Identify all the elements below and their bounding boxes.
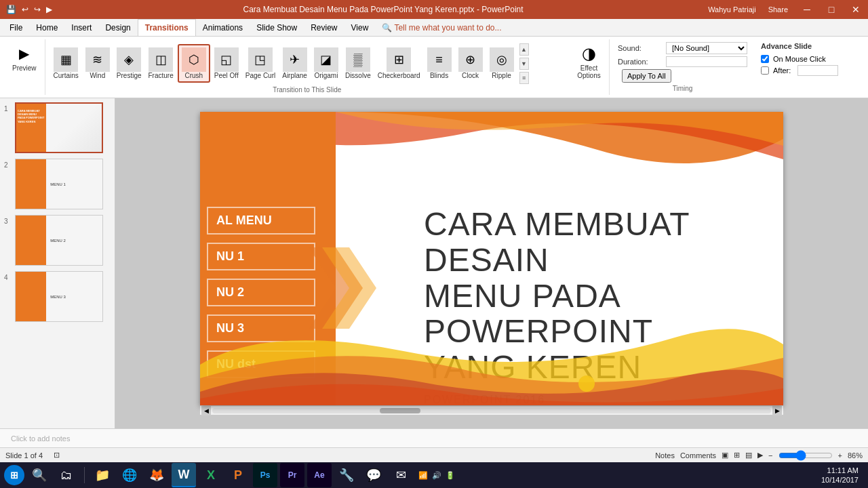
slide-thumb-1[interactable]: 1 CARA MEMBUATDESAIN MENUPADA POWERPOINT… [3, 101, 112, 155]
transition-airplane[interactable]: ✈ Airplane [279, 45, 310, 81]
fit-to-window-icon[interactable]: ⊡ [54, 451, 60, 460]
close-button[interactable]: ✕ [844, 0, 868, 19]
sound-dropdown[interactable]: [No Sound] [666, 42, 747, 54]
scroll-track [212, 408, 771, 413]
after-checkbox[interactable] [761, 66, 769, 75]
taskbar-task-view[interactable]: 🗂 [54, 463, 79, 487]
duration-row: Duration: [618, 56, 747, 67]
zoom-slider[interactable] [778, 450, 833, 461]
scroll-right-button[interactable]: ▶ [772, 406, 782, 415]
tray-volume-icon[interactable]: 🔊 [432, 471, 441, 480]
taskbar-edge[interactable]: 🌐 [117, 463, 142, 487]
tab-search[interactable]: 🔍 Tell me what you want to do... [375, 19, 508, 36]
slide-thumb-4[interactable]: 4 MENU 3 [3, 270, 112, 323]
view-reading-icon[interactable]: ▤ [745, 451, 752, 460]
menu-button-1[interactable]: AL MENU [207, 207, 315, 235]
preview-button[interactable]: ▶ Preview [9, 41, 39, 74]
tray-battery-icon[interactable]: 🔋 [446, 471, 455, 480]
taskbar-firefox[interactable]: 🦊 [144, 463, 169, 487]
slide-thumb-2[interactable]: 2 MENU 1 [3, 157, 112, 211]
taskbar-search[interactable]: 🔍 [27, 463, 52, 487]
scroll-down-button[interactable]: ▼ [519, 58, 529, 70]
tab-file[interactable]: File [3, 19, 29, 36]
ribbon-content: ▶ Preview ▦ Curtains ≋ Wind ◈ [0, 37, 868, 98]
taskbar-file-explorer[interactable]: 📁 [90, 463, 115, 487]
scroll-more-button[interactable]: ≡ [519, 72, 529, 84]
comments-button[interactable]: Comments [680, 451, 716, 460]
transition-prestige[interactable]: ◈ Prestige [114, 45, 144, 81]
taskbar-word[interactable]: W [172, 463, 196, 487]
transition-blinds[interactable]: ≡ Blinds [425, 45, 454, 81]
taskbar-mail[interactable]: ✉ [389, 463, 413, 487]
transition-origami[interactable]: ◪ Origami [311, 45, 341, 81]
undo-icon[interactable]: ↩ [20, 5, 31, 14]
play-icon[interactable]: ▶ [44, 5, 54, 14]
horizontal-scrollbar[interactable]: ◀ ▶ [200, 405, 783, 415]
blinds-label: Blinds [430, 72, 448, 79]
start-button[interactable]: ⊞ [4, 465, 24, 485]
tab-home[interactable]: Home [29, 19, 64, 36]
transition-fracture[interactable]: ◫ Fracture [146, 45, 176, 81]
tray-network-icon[interactable]: 📶 [418, 471, 428, 480]
taskbar-photoshop[interactable]: Ps [253, 463, 277, 487]
view-slideshow-icon[interactable]: ▶ [757, 451, 763, 460]
slide-thumb-3[interactable]: 3 MENU 2 [3, 214, 112, 267]
save-icon[interactable]: 💾 [4, 5, 18, 14]
zoom-out-icon[interactable]: − [768, 451, 772, 460]
taskbar-powerpoint[interactable]: P [226, 463, 250, 487]
transition-curtains[interactable]: ▦ Curtains [51, 45, 81, 81]
main-area: 1 CARA MEMBUATDESAIN MENUPADA POWERPOINT… [0, 98, 868, 428]
notes-button[interactable]: Notes [655, 451, 675, 460]
scroll-up-button[interactable]: ▲ [519, 43, 529, 56]
apply-all-button[interactable]: Apply To All [622, 69, 671, 83]
page-curl-label: Page Curl [245, 72, 275, 79]
slide-canvas[interactable]: AL MENU NU 1 NU 2 NU 3 NU dst CARA MEMBU… [200, 112, 783, 405]
transition-ripple[interactable]: ◎ Ripple [487, 45, 517, 81]
taskbar-separator-1 [84, 467, 85, 483]
tab-view[interactable]: View [344, 19, 376, 36]
taskbar-premiere[interactable]: Pr [280, 463, 304, 487]
transition-wind[interactable]: ≋ Wind [83, 45, 113, 81]
tab-insert[interactable]: Insert [64, 19, 98, 36]
scroll-left-button[interactable]: ◀ [201, 406, 211, 415]
taskbar-after-effects[interactable]: Ae [307, 463, 332, 487]
transition-checkerboard[interactable]: ⊞ Checkerboard [375, 45, 423, 81]
slide-preview-1: CARA MEMBUATDESAIN MENUPADA POWERPOINTYA… [15, 102, 103, 153]
tab-slideshow[interactable]: Slide Show [250, 19, 304, 36]
on-mouse-click-checkbox[interactable] [761, 55, 769, 63]
tab-animations[interactable]: Animations [196, 19, 250, 36]
notes-placeholder[interactable]: Click to add notes [11, 434, 70, 443]
taskbar-clock[interactable]: 11:11 AM 10/14/2017 [816, 466, 864, 485]
taskbar-chat[interactable]: 💬 [361, 463, 386, 487]
user-name[interactable]: Wahyu Patriaji [708, 5, 762, 14]
after-input[interactable]: 00:00.00 [797, 65, 838, 76]
maximize-button[interactable]: □ [819, 0, 844, 19]
transition-crush[interactable]: ⬡ Crush [178, 44, 210, 83]
share-button[interactable]: Share [762, 5, 795, 14]
minimize-button[interactable]: ─ [795, 0, 819, 19]
transition-dissolve[interactable]: ▒ Dissolve [342, 45, 374, 81]
notes-bar[interactable]: Click to add notes [0, 428, 868, 447]
scroll-thumb[interactable] [380, 408, 420, 413]
taskbar-excel[interactable]: X [199, 463, 223, 487]
tab-transitions[interactable]: Transitions [138, 19, 196, 36]
taskbar-tool[interactable]: 🔧 [334, 463, 359, 487]
effect-options-button[interactable]: ◑ EffectOptions [574, 41, 603, 81]
transition-clock[interactable]: ⊕ Clock [456, 45, 486, 81]
date-display: 10/14/2017 [821, 475, 859, 485]
effect-options-icon: ◑ [578, 43, 600, 64]
view-normal-icon[interactable]: ▣ [722, 451, 728, 460]
tab-review[interactable]: Review [304, 19, 344, 36]
slide-panel[interactable]: 1 CARA MEMBUATDESAIN MENUPADA POWERPOINT… [0, 98, 115, 428]
redo-icon[interactable]: ↪ [32, 5, 43, 14]
transition-page-curl[interactable]: ◳ Page Curl [243, 45, 278, 81]
blinds-icon: ≡ [427, 47, 452, 72]
view-slide-sorter-icon[interactable]: ⊞ [734, 451, 740, 460]
clock-icon: ⊕ [458, 47, 483, 72]
zoom-in-icon[interactable]: + [838, 451, 842, 460]
tab-design[interactable]: Design [98, 19, 137, 36]
transition-peel-off[interactable]: ◱ Peel Off [212, 45, 241, 81]
apply-all-row: Apply To All [618, 69, 747, 83]
duration-input[interactable] [666, 56, 747, 67]
menu-button-2[interactable]: NU 1 [207, 243, 315, 270]
